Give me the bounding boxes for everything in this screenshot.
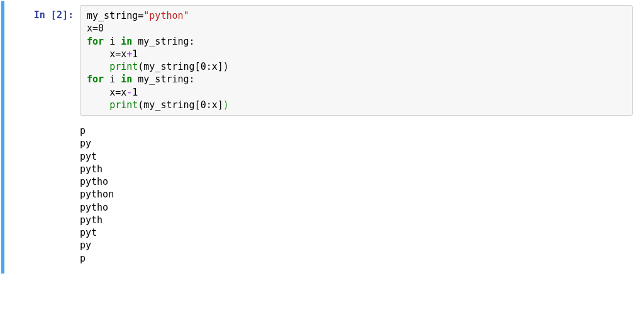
code-token: x bbox=[87, 23, 92, 34]
code-token: : bbox=[189, 74, 195, 85]
code-token: in bbox=[121, 74, 132, 85]
output-line: pytho bbox=[80, 202, 108, 213]
code-token: my_string bbox=[143, 61, 194, 72]
code-token: : bbox=[206, 99, 212, 111]
prompt-column: In [2]: bbox=[4, 5, 80, 265]
output-line: pyth bbox=[80, 163, 103, 175]
output-line: pyth bbox=[80, 214, 103, 226]
code-token: 1 bbox=[132, 48, 138, 60]
code-token bbox=[87, 99, 109, 111]
code-input-area[interactable]: my_string="python" x=0 for i in my_strin… bbox=[80, 5, 633, 116]
code-token: in bbox=[121, 36, 132, 47]
code-token: : bbox=[206, 61, 212, 72]
code-token: x bbox=[212, 61, 218, 72]
code-token: "python" bbox=[143, 10, 189, 21]
output-line: p bbox=[80, 253, 86, 264]
code-token: ) bbox=[223, 99, 229, 111]
code-token: - bbox=[126, 87, 132, 98]
code-token: for bbox=[87, 74, 104, 85]
code-token: x bbox=[121, 48, 126, 60]
code-token bbox=[87, 61, 109, 72]
code-token: 0 bbox=[201, 99, 206, 111]
code-token: i bbox=[109, 74, 115, 85]
code-token: [ bbox=[195, 61, 201, 72]
code-token bbox=[87, 87, 109, 98]
code-token bbox=[87, 48, 109, 60]
code-token: x bbox=[121, 87, 126, 98]
code-token: my_string bbox=[138, 36, 189, 47]
output-block: p py pyt pyth pytho python pytho pyth py… bbox=[80, 124, 633, 265]
input-prompt: In [2]: bbox=[34, 9, 74, 21]
code-token: ) bbox=[223, 61, 229, 72]
code-token: [ bbox=[195, 99, 201, 111]
code-token: = bbox=[92, 23, 98, 34]
code-token: ( bbox=[138, 99, 143, 111]
code-token: my_string bbox=[138, 74, 189, 85]
code-token: 1 bbox=[132, 87, 138, 98]
output-line: py bbox=[80, 240, 91, 251]
code-token: i bbox=[109, 36, 115, 47]
code-token: 0 bbox=[201, 61, 206, 72]
notebook-cell: In [2]: my_string="python" x=0 for i in … bbox=[1, 1, 643, 274]
output-line: python bbox=[80, 189, 114, 200]
code-token: my_string bbox=[143, 99, 194, 111]
code-token: print bbox=[109, 99, 138, 111]
code-token: ] bbox=[218, 61, 223, 72]
output-line: p bbox=[80, 125, 86, 136]
code-token: : bbox=[189, 36, 195, 47]
code-token: 0 bbox=[98, 23, 104, 34]
code-token: for bbox=[87, 36, 104, 47]
cell-body: my_string="python" x=0 for i in my_strin… bbox=[80, 5, 639, 265]
code-token: = bbox=[115, 48, 121, 60]
code-token: print bbox=[109, 61, 138, 72]
code-token: x bbox=[109, 48, 115, 60]
code-token: ] bbox=[218, 99, 223, 111]
code-block: my_string="python" x=0 for i in my_strin… bbox=[87, 9, 626, 111]
code-token: x bbox=[212, 99, 218, 111]
code-token: my_string bbox=[87, 10, 138, 21]
output-line: pyt bbox=[80, 227, 97, 238]
code-token: = bbox=[115, 87, 121, 98]
code-token: = bbox=[138, 10, 143, 21]
output-line: pyt bbox=[80, 151, 97, 162]
code-token: x bbox=[109, 87, 115, 98]
code-token: + bbox=[126, 48, 132, 60]
output-line: py bbox=[80, 138, 91, 149]
code-token: ( bbox=[138, 61, 143, 72]
output-line: pytho bbox=[80, 176, 108, 187]
